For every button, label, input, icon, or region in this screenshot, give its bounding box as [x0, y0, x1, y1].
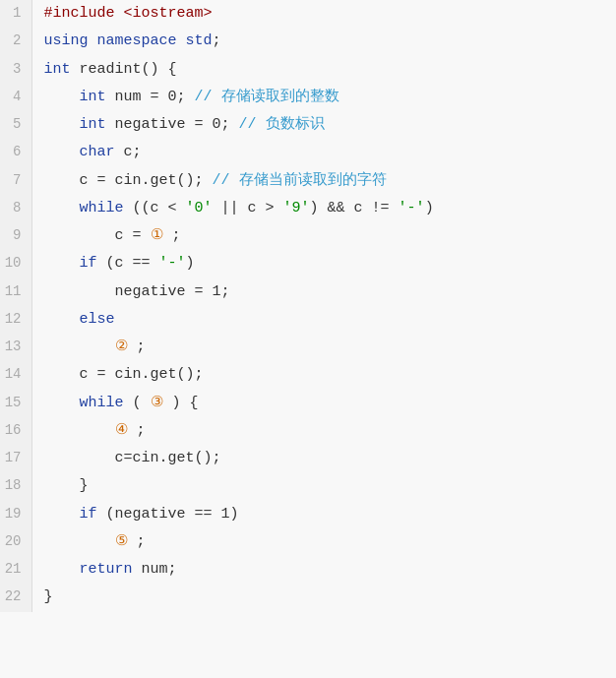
code-line: while ((c < '0' || c > '9') && c != '-'): [31, 195, 616, 222]
normal-token: ;: [213, 32, 221, 49]
kw-token: namespace: [97, 32, 177, 49]
table-row: 18 }: [0, 472, 616, 500]
preproc-token: #include: [44, 5, 115, 22]
code-line: while ( ③ ) {: [31, 390, 616, 417]
normal-token: c=cin.get();: [44, 450, 221, 466]
kw-token: if: [80, 255, 97, 272]
table-row: 6 char c;: [0, 139, 616, 166]
kw-token: while: [80, 200, 124, 216]
line-number: 11: [0, 278, 31, 306]
normal-token: ): [186, 255, 195, 272]
line-number: 19: [0, 501, 31, 528]
code-line: if (negative == 1): [31, 501, 616, 528]
normal-token: [44, 339, 115, 355]
str-token: '0': [186, 200, 213, 216]
normal-token: [44, 89, 80, 105]
cmt-token: // 存储当前读取到的字符: [213, 172, 387, 189]
normal-token: [177, 32, 186, 49]
normal-token: c =: [44, 227, 151, 244]
table-row: 4 int num = 0; // 存储读取到的整数: [0, 84, 616, 111]
code-container: 1#include <iostream>2using namespace std…: [0, 0, 616, 678]
kw-token: else: [80, 311, 115, 328]
line-number: 10: [0, 250, 31, 277]
kw-token: char: [80, 144, 115, 160]
line-number: 2: [0, 28, 31, 55]
table-row: 15 while ( ③ ) {: [0, 390, 616, 417]
normal-token: c = cin.get();: [44, 172, 213, 189]
normal-token: }: [44, 477, 89, 494]
code-line: return num;: [31, 556, 616, 584]
code-line: if (c == '-'): [31, 250, 616, 277]
table-row: 19 if (negative == 1): [0, 501, 616, 528]
table-row: 7 c = cin.get(); // 存储当前读取到的字符: [0, 167, 616, 195]
table-row: 8 while ((c < '0' || c > '9') && c != '-…: [0, 195, 616, 222]
code-line: c = cin.get(); // 存储当前读取到的字符: [31, 167, 616, 195]
cmt-token: // 存储读取到的整数: [195, 89, 339, 105]
table-row: 21 return num;: [0, 556, 616, 584]
line-number: 9: [0, 222, 31, 250]
kw-token: int: [44, 61, 71, 78]
line-number: 22: [0, 584, 31, 611]
str-token: '-': [159, 255, 186, 272]
normal-token: ;: [128, 339, 146, 355]
normal-token: ;: [163, 227, 181, 244]
normal-token: [44, 255, 80, 272]
str-token: '9': [283, 200, 310, 216]
normal-token: [44, 422, 115, 439]
table-row: 3int readint() {: [0, 56, 616, 84]
line-number: 21: [0, 556, 31, 584]
line-number: 6: [0, 139, 31, 166]
cmt-token: // 负数标识: [239, 116, 325, 133]
normal-token: [44, 116, 80, 133]
line-number: 8: [0, 195, 31, 222]
circ-token: ④: [115, 422, 128, 439]
normal-token: negative = 0;: [106, 116, 239, 133]
code-line: #include <iostream>: [31, 0, 616, 28]
table-row: 1#include <iostream>: [0, 0, 616, 28]
kw-token: int: [80, 89, 106, 105]
circ-token: ①: [151, 227, 163, 244]
normal-token: [44, 144, 80, 160]
table-row: 14 c = cin.get();: [0, 361, 616, 389]
line-number: 16: [0, 417, 31, 445]
code-line: char c;: [31, 139, 616, 166]
code-line: c = ① ;: [31, 222, 616, 250]
table-row: 17 c=cin.get();: [0, 445, 616, 472]
table-row: 12 else: [0, 306, 616, 334]
line-number: 5: [0, 111, 31, 139]
normal-token: [44, 311, 80, 328]
code-line: negative = 1;: [31, 278, 616, 306]
code-table: 1#include <iostream>2using namespace std…: [0, 0, 616, 612]
code-line: }: [31, 472, 616, 500]
kw-token: while: [80, 395, 124, 411]
circ-token: ③: [151, 395, 163, 411]
normal-token: (negative == 1): [97, 506, 239, 523]
code-line: int num = 0; // 存储读取到的整数: [31, 84, 616, 111]
code-line: ② ;: [31, 334, 616, 361]
circ-token: ②: [115, 339, 128, 355]
normal-token: ;: [128, 422, 146, 439]
normal-token: ;: [128, 533, 146, 550]
normal-token: [44, 561, 80, 578]
line-number: 13: [0, 334, 31, 361]
kw-token: return: [80, 561, 133, 578]
table-row: 16 ④ ;: [0, 417, 616, 445]
normal-token: [44, 533, 115, 550]
line-number: 17: [0, 445, 31, 472]
header-token: <iostream>: [124, 5, 213, 22]
code-line: int negative = 0; // 负数标识: [31, 111, 616, 139]
kw-token: int: [80, 116, 106, 133]
normal-token: ) && c !=: [310, 200, 399, 216]
code-line: int readint() {: [31, 56, 616, 84]
line-number: 14: [0, 361, 31, 389]
line-number: 1: [0, 0, 31, 28]
kw-token: using: [44, 32, 89, 49]
normal-token: ): [425, 200, 434, 216]
str-token: '-': [399, 200, 425, 216]
table-row: 11 negative = 1;: [0, 278, 616, 306]
code-line: ⑤ ;: [31, 528, 616, 556]
normal-token: num = 0;: [106, 89, 195, 105]
normal-token: [44, 506, 80, 523]
table-row: 5 int negative = 0; // 负数标识: [0, 111, 616, 139]
code-line: using namespace std;: [31, 28, 616, 55]
